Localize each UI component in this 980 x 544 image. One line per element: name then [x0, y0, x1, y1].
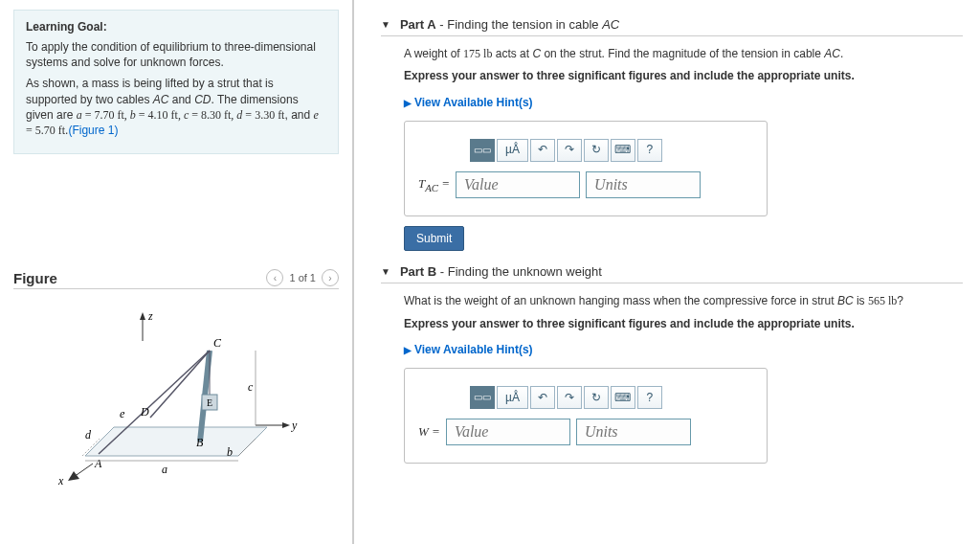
figure-heading: Figure — [13, 270, 57, 286]
reset-button[interactable]: ↻ — [584, 386, 609, 409]
svg-text:e: e — [120, 407, 125, 420]
part-b-var-label: W = — [418, 423, 440, 442]
collapse-icon: ▼ — [381, 19, 390, 30]
figure-link[interactable]: (Figure 1) — [68, 124, 118, 137]
part-b-units-input[interactable] — [576, 419, 691, 445]
reset-button[interactable]: ↻ — [584, 139, 609, 162]
part-b-header[interactable]: ▼ Part B - Finding the unknown weight — [381, 264, 963, 283]
svg-marker-8 — [68, 471, 79, 481]
svg-text:B: B — [196, 436, 204, 449]
part-a-answer-box: ▭▭ µÅ ↶ ↷ ↻ ⌨ ? TAC = — [404, 121, 768, 216]
svg-text:D: D — [140, 405, 149, 419]
svg-line-15 — [150, 351, 210, 418]
part-b: ▼ Part B - Finding the unknown weight Wh… — [381, 264, 963, 464]
part-a-var-label: TAC = — [418, 175, 450, 195]
part-b-answer-box: ▭▭ µÅ ↶ ↷ ↻ ⌨ ? W = — [404, 368, 768, 464]
part-a-value-input[interactable] — [456, 171, 580, 198]
redo-button[interactable]: ↷ — [557, 139, 582, 162]
templates-button[interactable]: ▭▭ — [470, 139, 495, 162]
svg-text:c: c — [248, 380, 254, 394]
part-b-toolbar: ▭▭ µÅ ↶ ↷ ↻ ⌨ ? — [470, 386, 753, 409]
part-a-header[interactable]: ▼ Part A - Finding the tension in cable … — [381, 17, 963, 36]
figure-prev-button[interactable]: ‹ — [266, 269, 283, 286]
figure-diagram: z y x B C A D E a b — [13, 303, 339, 487]
svg-marker-2 — [140, 312, 145, 320]
collapse-icon: ▼ — [381, 266, 390, 277]
svg-text:C: C — [213, 336, 222, 350]
part-a-units-input[interactable] — [586, 171, 701, 198]
part-b-value-input[interactable] — [446, 419, 570, 445]
templates-button[interactable]: ▭▭ — [470, 386, 495, 409]
part-a: ▼ Part A - Finding the tension in cable … — [381, 17, 963, 251]
redo-button[interactable]: ↷ — [557, 386, 582, 409]
keyboard-button[interactable]: ⌨ — [611, 139, 635, 162]
learning-goal-p2: As shown, a mass is being lifted by a st… — [26, 76, 326, 138]
part-a-submit-button[interactable]: Submit — [404, 226, 464, 251]
units-button[interactable]: µÅ — [497, 386, 528, 409]
svg-line-7 — [74, 464, 93, 477]
units-button[interactable]: µÅ — [497, 139, 528, 162]
learning-goal-heading: Learning Goal: — [26, 20, 326, 34]
undo-button[interactable]: ↶ — [530, 386, 555, 409]
help-button[interactable]: ? — [637, 139, 662, 162]
figure-next-button[interactable]: › — [322, 269, 339, 286]
svg-marker-5 — [282, 422, 290, 428]
svg-text:E: E — [207, 397, 212, 408]
svg-text:z: z — [147, 309, 153, 323]
part-a-instruction: Express your answer to three significant… — [404, 68, 963, 84]
svg-text:A: A — [94, 457, 102, 470]
svg-text:y: y — [291, 419, 298, 432]
part-b-question: What is the weight of an unknown hanging… — [404, 293, 963, 309]
figure-page-indicator: 1 of 1 — [289, 272, 316, 283]
keyboard-button[interactable]: ⌨ — [611, 386, 635, 409]
part-a-hints-toggle[interactable]: ▶View Available Hint(s) — [404, 95, 533, 111]
part-a-question: A weight of 175 lb acts at C on the stru… — [404, 46, 963, 62]
svg-text:x: x — [57, 474, 64, 485]
svg-text:a: a — [162, 463, 167, 476]
help-button[interactable]: ? — [637, 386, 662, 409]
part-b-hints-toggle[interactable]: ▶View Available Hint(s) — [404, 342, 533, 358]
part-b-instruction: Express your answer to three significant… — [404, 316, 963, 332]
part-a-toolbar: ▭▭ µÅ ↶ ↷ ↻ ⌨ ? — [470, 139, 753, 162]
svg-text:d: d — [85, 428, 92, 442]
svg-text:b: b — [227, 445, 233, 459]
learning-goal-box: Learning Goal: To apply the condition of… — [13, 10, 339, 154]
learning-goal-p1: To apply the condition of equilibrium to… — [26, 39, 326, 70]
undo-button[interactable]: ↶ — [530, 139, 555, 162]
